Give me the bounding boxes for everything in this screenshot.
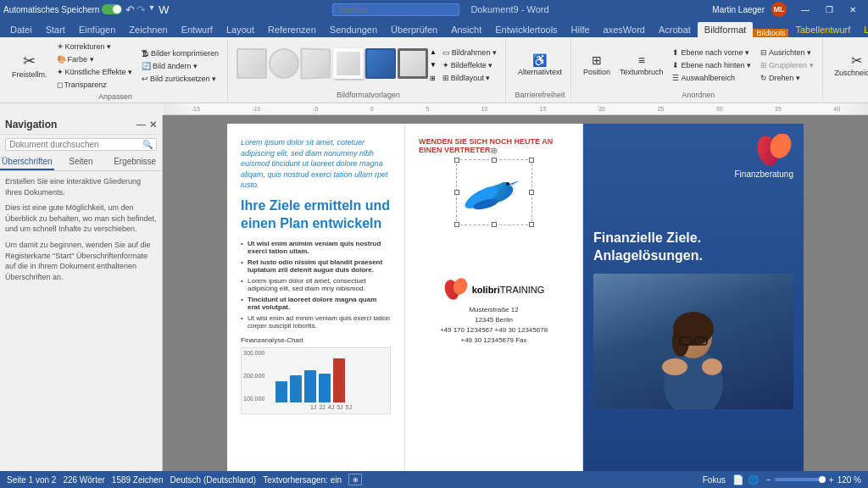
list-item: Ut wisi enim ad minim veniam quis exerci… <box>241 314 391 330</box>
img-style-2[interactable] <box>269 48 299 79</box>
textumbruch-button[interactable]: ≡ Textumbruch <box>616 52 667 78</box>
style-scroll-up[interactable]: ▲ <box>430 48 437 56</box>
user-avatar[interactable]: ML <box>771 2 787 17</box>
tab-layout[interactable]: Layout <box>220 22 261 37</box>
handle-bm[interactable] <box>492 222 497 227</box>
frame-icon: ▭ <box>442 48 450 57</box>
img-style-3[interactable] <box>300 47 331 79</box>
tab-einfuegen[interactable]: Einfügen <box>72 22 122 37</box>
restore-button[interactable]: ❐ <box>817 0 841 19</box>
image-selection <box>456 159 532 225</box>
tab-ueberpruefen[interactable]: Überprüfen <box>384 22 444 37</box>
transparenz-button[interactable]: ◻ Transparenz <box>53 79 136 91</box>
tab-datei[interactable]: Datei <box>3 22 39 37</box>
handle-tr[interactable] <box>529 158 534 163</box>
tab-start[interactable]: Start <box>39 22 72 37</box>
search-input[interactable] <box>332 3 459 16</box>
tab-sendungen[interactable]: Sendungen <box>323 22 384 37</box>
bildeffekte-button[interactable]: ✦ Bildeffekte ▾ <box>439 59 500 71</box>
accessibility-icon[interactable]: ⊕ <box>348 474 362 485</box>
tab-layout-contextual[interactable]: Layout <box>857 22 868 37</box>
img-style-5[interactable] <box>365 48 396 79</box>
img-style-6[interactable] <box>398 48 428 79</box>
tab-tabellentwurf[interactable]: Tabellentwurf <box>788 22 857 37</box>
svg-point-16 <box>662 358 687 375</box>
handle-br[interactable] <box>529 222 534 227</box>
focus-label[interactable]: Fokus <box>703 475 726 485</box>
nav-search-input[interactable] <box>9 140 142 149</box>
autosave-toggle[interactable]: Automatisches Speichern <box>3 4 122 14</box>
doc-column-2: WENDEN SIE SICH NOCH HEUTE AN EINEN VERT… <box>405 124 583 471</box>
close-button[interactable]: ✕ <box>841 0 865 19</box>
nav-tab-seiten[interactable]: Seiten <box>54 154 108 170</box>
contextual-header-label: Bildtools <box>756 29 785 37</box>
position-button[interactable]: ⊞ Position <box>580 52 614 78</box>
finance-logo-icon <box>755 134 793 168</box>
undo-button[interactable]: ↶ <box>125 3 135 16</box>
style-expand[interactable]: ⊞ <box>430 75 437 82</box>
farbe-button[interactable]: 🎨 Farbe ▾ <box>53 53 136 65</box>
bild-zurueck-button[interactable]: ↩ Bild zurücksetzen ▾ <box>138 73 222 85</box>
tab-entwurf[interactable]: Entwurf <box>175 22 220 37</box>
autosave-switch[interactable] <box>102 4 122 14</box>
nav-tab-ueberschriften[interactable]: Überschriften <box>0 154 54 170</box>
freistellm-button[interactable]: ✂ Freistellm. <box>8 51 51 81</box>
handle-bl[interactable] <box>454 222 459 227</box>
alternativtext-button[interactable]: ♿ Alternativtext <box>515 52 565 78</box>
redo-button[interactable]: ↷ <box>136 3 146 16</box>
customize-button[interactable]: ▼ <box>147 3 155 16</box>
auswahlbereich-button[interactable]: ☰ Auswahlbereich <box>669 72 754 84</box>
bild-aendern-button[interactable]: 🔄 Bild ändern ▾ <box>138 60 222 72</box>
komprimieren-button[interactable]: 🗜 Bilder komprimieren <box>138 47 222 59</box>
brightness-icon: ☀ <box>57 42 64 51</box>
view-print-icon[interactable]: 📄 <box>732 474 744 485</box>
bildrahmen-button[interactable]: ▭ Bildrahmen ▾ <box>439 47 500 58</box>
style-scroll-down[interactable]: ▼ <box>430 61 437 69</box>
view-controls: 📄 🌐 <box>732 474 760 485</box>
nav-tab-ergebnisse[interactable]: Ergebnisse <box>108 154 162 170</box>
nav-close-button[interactable]: ✕ <box>149 119 157 130</box>
tab-hilfe[interactable]: Hilfe <box>565 22 597 37</box>
tab-zeichnen[interactable]: Zeichnen <box>122 22 174 37</box>
ebene-vorne-button[interactable]: ⬆ Ebene nach vorne ▾ <box>669 47 754 58</box>
document-area[interactable]: Lorem ipsum dolor sit amet, cotetuer adi… <box>163 115 868 471</box>
zoom-in-button[interactable]: + <box>829 475 834 485</box>
view-web-icon[interactable]: 🌐 <box>748 474 760 485</box>
nav-collapse-button[interactable]: — <box>136 119 146 130</box>
gruppieren-button[interactable]: ⊞ Gruppieren ▾ <box>757 59 817 71</box>
tab-bildformat[interactable]: Bildformat <box>698 22 754 37</box>
tab-acrobat[interactable]: Acrobat <box>652 22 698 37</box>
tab-ansicht[interactable]: Ansicht <box>444 22 488 37</box>
ebene-hinten-button[interactable]: ⬇ Ebene nach hinten ▾ <box>669 59 754 71</box>
zoom-out-button[interactable]: − <box>766 475 771 485</box>
language-info[interactable]: Deutsch (Deutschland) <box>170 475 256 485</box>
handle-mr[interactable] <box>529 190 534 195</box>
kuenstl-button[interactable]: ✦ Künstliche Effekte ▾ <box>53 66 136 78</box>
tab-referenzen[interactable]: Referenzen <box>261 22 323 37</box>
handle-tl[interactable] <box>454 158 459 163</box>
zoom-level[interactable]: 120 % <box>837 475 861 485</box>
user-name: Martin Laeger <box>712 5 765 14</box>
minimize-button[interactable]: — <box>793 0 817 19</box>
zoom-slider[interactable] <box>775 478 826 481</box>
kolibri-logo-mark <box>443 278 469 302</box>
main-heading: Ihre Ziele ermitteln und einen Plan entw… <box>241 197 391 233</box>
drehen-button[interactable]: ↻ Drehen ▾ <box>757 72 817 84</box>
navigation-search-box[interactable]: 🔍 <box>5 138 157 151</box>
ausrichten-button[interactable]: ⊟ Ausrichten ▾ <box>757 47 817 58</box>
handle-ml[interactable] <box>454 190 459 195</box>
img-style-1[interactable] <box>236 48 267 79</box>
rotation-handle[interactable]: ⊕ <box>491 146 498 155</box>
zuschneiden-button[interactable]: ✂ Zuschneiden <box>832 51 868 79</box>
text-prediction[interactable]: Textvorhersagen: ein <box>263 475 342 485</box>
tab-entwicklertools[interactable]: Entwicklertools <box>488 22 564 37</box>
list-item: Ret iusto odio nissim qui blandit praese… <box>241 258 391 274</box>
korrektur-button[interactable]: ☀ Korrekturen ▾ <box>53 41 136 53</box>
effects-icon: ✦ <box>57 68 64 76</box>
tab-axesword[interactable]: axesWord <box>597 22 652 37</box>
doc-column-1: Lorem ipsum dolor sit amet, cotetuer adi… <box>227 124 405 471</box>
reset-icon: ↩ <box>142 75 148 83</box>
img-style-4[interactable] <box>333 48 364 79</box>
bildlayout-button[interactable]: ⊞ Bildlayout ▾ <box>439 72 500 84</box>
handle-tm[interactable] <box>492 158 497 163</box>
